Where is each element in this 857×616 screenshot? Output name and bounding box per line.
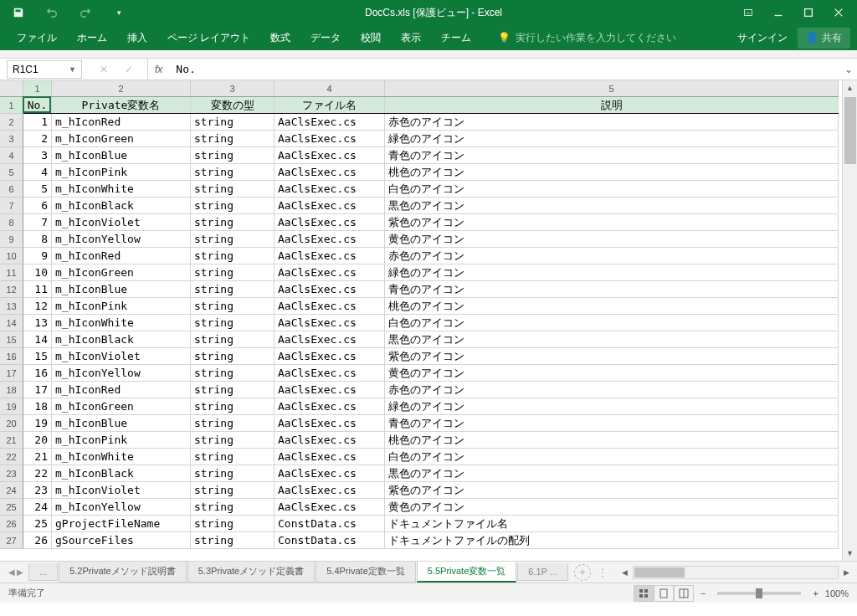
cell[interactable]: 白色のアイコン [385,315,839,331]
cell[interactable]: 青色のアイコン [385,281,839,297]
cell[interactable]: AaClsExec.cs [275,348,385,364]
cell[interactable]: m_hIconBlack [52,198,191,213]
cell[interactable]: m_hIconGreen [52,131,191,146]
cell[interactable]: 13 [23,315,52,331]
cell[interactable]: AaClsExec.cs [275,147,385,163]
row-header[interactable]: 27 [0,532,23,549]
cell[interactable]: AaClsExec.cs [275,482,385,498]
cell[interactable]: AaClsExec.cs [275,499,385,515]
cell[interactable]: string [191,164,275,180]
cell[interactable]: m_hIconViolet [52,348,191,364]
cell[interactable]: AaClsExec.cs [275,164,385,180]
cell[interactable]: 白色のアイコン [385,181,839,197]
cell[interactable]: AaClsExec.cs [275,248,385,264]
cell[interactable]: 緑色のアイコン [385,398,839,414]
sheet-overflow-right[interactable]: 6.1P ... [517,563,568,581]
cell[interactable]: string [191,499,275,515]
cell[interactable]: 白色のアイコン [385,449,839,465]
cell[interactable]: string [191,348,275,364]
redo-icon[interactable] [74,1,97,24]
row-header[interactable]: 20 [0,415,23,432]
signin-link[interactable]: サインイン [737,31,788,45]
cell[interactable]: 紫色のアイコン [385,348,839,364]
cell[interactable]: AaClsExec.cs [275,214,385,230]
cell[interactable]: m_hIconRed [52,114,191,130]
horizontal-scrollbar[interactable]: ◀ ▶ [618,566,854,579]
cell[interactable]: 5 [23,181,52,197]
ribbon-tab[interactable]: ホーム [67,26,117,50]
cell[interactable]: 9 [23,248,52,264]
ribbon-options-icon[interactable] [736,1,760,24]
formula-expand-icon[interactable]: ⌄ [840,64,857,75]
cell[interactable]: 赤色のアイコン [385,248,839,264]
cell[interactable]: m_hIconGreen [52,264,191,280]
cell[interactable]: m_hIconBlack [52,331,191,347]
zoom-level[interactable]: 100% [825,588,849,598]
row-header[interactable]: 15 [0,331,23,348]
cell[interactable]: m_hIconYellow [52,365,191,381]
cell[interactable]: AaClsExec.cs [275,415,385,431]
minimize-icon[interactable] [767,1,790,24]
cancel-icon[interactable]: ✕ [92,58,115,81]
cell[interactable]: string [191,432,275,448]
cell[interactable]: m_hIconViolet [52,482,191,498]
row-header[interactable]: 9 [0,231,23,248]
share-button[interactable]: 👤 共有 [798,28,850,49]
cell[interactable]: 17 [23,382,52,398]
cell[interactable]: 桃色のアイコン [385,164,839,180]
scroll-down-icon[interactable]: ▼ [843,546,857,561]
tellme-search[interactable]: 💡 実行したい作業を入力してください [491,31,683,45]
view-page-break-button[interactable] [674,585,694,602]
cell[interactable]: m_hIconWhite [52,449,191,465]
sheet-tab[interactable]: 5.2Privateメソッド説明書 [59,562,187,583]
cell[interactable]: ConstData.cs [275,532,385,548]
cell[interactable]: 黄色のアイコン [385,499,839,515]
cell[interactable]: 紫色のアイコン [385,214,839,230]
cell[interactable]: m_hIconRed [52,248,191,264]
add-sheet-button[interactable]: + [574,564,591,581]
cell[interactable]: m_hIconGreen [52,398,191,414]
cells-area[interactable]: No.Private変数名変数の型ファイル名説明1m_hIconRedstrin… [23,97,839,549]
cell[interactable]: 黒色のアイコン [385,198,839,213]
scroll-thumb[interactable] [844,97,856,164]
cell[interactable]: m_hIconYellow [52,499,191,515]
sheet-tab[interactable]: 5.5Private変数一覧 [417,562,517,583]
cell[interactable]: string [191,465,275,481]
cell[interactable]: string [191,264,275,280]
cell[interactable]: AaClsExec.cs [275,398,385,414]
sheet-tab[interactable]: 5.4Private定数一覧 [316,562,416,583]
row-header[interactable]: 12 [0,281,23,298]
cell[interactable]: 黒色のアイコン [385,465,839,481]
row-header[interactable]: 17 [0,365,23,382]
scroll-up-icon[interactable]: ▲ [843,80,857,95]
row-header[interactable]: 23 [0,465,23,482]
cell[interactable]: 緑色のアイコン [385,264,839,280]
cell[interactable]: AaClsExec.cs [275,331,385,347]
cell[interactable]: string [191,147,275,163]
header-cell[interactable]: 変数の型 [191,97,275,113]
chevron-down-icon[interactable]: ▼ [69,65,76,74]
row-header[interactable]: 18 [0,382,23,398]
cell[interactable]: m_hIconPink [52,432,191,448]
column-header[interactable]: 3 [191,80,275,96]
cell[interactable]: string [191,131,275,146]
cell[interactable]: 14 [23,331,52,347]
cell[interactable]: string [191,415,275,431]
cell[interactable]: 桃色のアイコン [385,298,839,314]
cell[interactable]: 24 [23,499,52,515]
name-box[interactable]: R1C1 ▼ [7,60,82,79]
cell[interactable]: gSourceFiles [52,532,191,548]
undo-icon[interactable] [40,1,64,24]
view-normal-button[interactable] [634,585,654,602]
cell[interactable]: 18 [23,398,52,414]
cell[interactable]: string [191,382,275,398]
cell[interactable]: 16 [23,365,52,381]
cell[interactable]: string [191,315,275,331]
cell[interactable]: AaClsExec.cs [275,315,385,331]
cell[interactable]: string [191,449,275,465]
cell[interactable]: 桃色のアイコン [385,432,839,448]
cell[interactable]: AaClsExec.cs [275,465,385,481]
cell[interactable]: AaClsExec.cs [275,131,385,146]
row-header[interactable]: 10 [0,248,23,264]
cell[interactable]: 22 [23,465,52,481]
